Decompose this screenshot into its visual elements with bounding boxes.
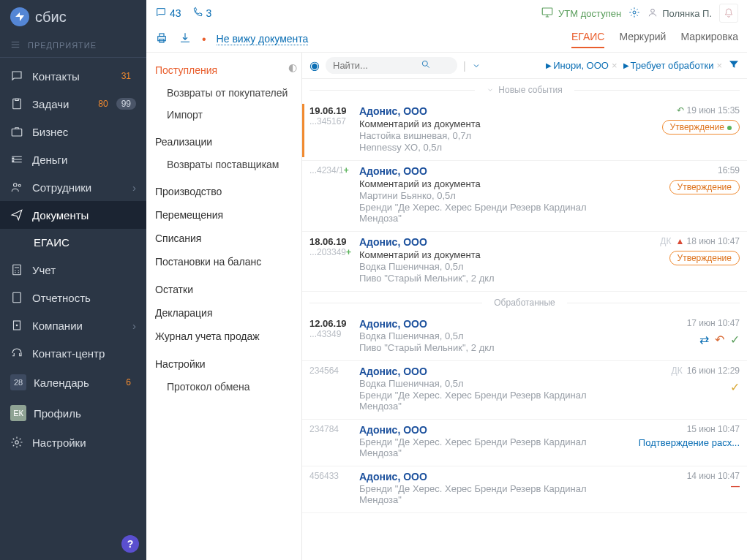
doc-row[interactable]: 456433Адонис, ОООБренди "Де Херес. Херес… <box>302 466 747 513</box>
topbar: 43 3 УТМ доступен Полянка П. <box>146 0 747 26</box>
status-pill[interactable]: Утверждение <box>669 251 740 265</box>
status-pill[interactable]: Утверждение <box>669 180 740 194</box>
midnav-sales[interactable]: Реализации <box>146 130 301 154</box>
midnav: Поступления ◐ Возвраты от покупателей Им… <box>146 53 302 560</box>
utm-status[interactable]: УТМ доступен <box>541 6 621 21</box>
doc-product: Пиво "Старый Мельник", 2 дкл <box>359 273 630 284</box>
doc-row[interactable]: 234564Адонис, ОООВодка Пшеничная, 0,5лБр… <box>302 361 747 420</box>
nav-settings[interactable]: Настройки <box>0 428 146 456</box>
nav-label: Документы <box>32 209 136 222</box>
nav-employees[interactable]: Сотрудники › <box>0 173 146 201</box>
nav-calendar[interactable]: 28 Календарь 6 <box>0 367 146 398</box>
doc-row[interactable]: 19.06.19...345167Адонис, ОООКомментарий … <box>302 101 747 161</box>
avatar-icon: ЕК <box>10 405 26 421</box>
check-icon[interactable]: ✓ <box>730 333 740 347</box>
enterprise-label: ПРЕДПРИЯТИЕ <box>28 41 97 50</box>
print-icon[interactable] <box>155 31 168 47</box>
nav-contacts[interactable]: Контакты 31 <box>0 62 146 90</box>
settings-icon[interactable] <box>628 7 640 20</box>
svg-rect-9 <box>542 8 552 15</box>
midnav-saleslog[interactable]: Журнал учета продаж <box>146 325 301 348</box>
chat-counter[interactable]: 43 <box>155 7 181 20</box>
money-icon <box>10 153 23 166</box>
midnav-import[interactable]: Импорт <box>146 104 301 126</box>
status-pill[interactable]: Утверждение <box>662 120 740 135</box>
check-icon[interactable]: ✓ <box>730 380 740 394</box>
search-icon[interactable] <box>421 59 431 72</box>
filter-icon[interactable] <box>728 58 740 72</box>
doc-product: Водка Пшеничная, 0,5л <box>359 378 630 389</box>
nav-sub-egais[interactable]: ЕГАИС <box>34 229 146 256</box>
doc-row[interactable]: 18.06.19...203349+Адонис, ОООКомментарий… <box>302 232 747 292</box>
doc-time: 17 июн 10:47 <box>630 318 740 328</box>
download-icon[interactable] <box>179 31 192 47</box>
nav-profile[interactable]: ЕК Профиль <box>0 398 146 428</box>
midnav-transfers[interactable]: Перемещения <box>146 203 301 227</box>
midnav-production[interactable]: Производство <box>146 180 301 203</box>
undo-icon[interactable]: ↶ <box>677 105 684 116</box>
nav-accounting[interactable]: Учет <box>0 256 146 284</box>
sort-dropdown[interactable] <box>472 61 481 70</box>
nav-documents[interactable]: Документы <box>0 201 146 229</box>
midnav-returns-buyers[interactable]: Возвраты от покупателей <box>146 82 301 104</box>
notification-bell[interactable] <box>719 4 738 23</box>
doc-body: Адонис, ОООВодка Пшеничная, 0,5лБренди "… <box>353 366 630 412</box>
midnav-stock[interactable]: Остатки <box>146 278 301 301</box>
doc-row[interactable]: ...4234/1+Адонис, ОООКомментарий из доку… <box>302 161 747 232</box>
done-section-label: Обработанные <box>494 298 555 308</box>
nav-reports[interactable]: Отчетность <box>0 284 146 311</box>
user-chip[interactable]: Полянка П. <box>647 7 712 20</box>
doc-right: ↶ 19 июн 15:35Утверждение <box>630 105 740 153</box>
loading-icon: ◐ <box>288 61 297 73</box>
nav-label: Настройки <box>32 436 136 449</box>
nav-business[interactable]: Бизнес <box>0 118 146 145</box>
help-button[interactable]: ? <box>121 535 139 553</box>
doc-number: ...203349+ <box>309 247 353 257</box>
call-counter[interactable]: 3 <box>192 7 212 20</box>
midnav-incoming[interactable]: Поступления <box>146 58 301 82</box>
tab-mercury[interactable]: Меркурий <box>619 31 666 48</box>
nav-label: Отчетность <box>32 292 136 304</box>
nav-money[interactable]: Деньги <box>0 145 146 173</box>
midnav-returns-suppliers[interactable]: Возвраты поставщикам <box>146 154 301 175</box>
org-filter[interactable]: ▶Инори, ООО× <box>546 60 617 71</box>
svg-rect-13 <box>159 34 164 37</box>
content: ◉ | ▶Инори, ООО× ▶Требует обработки× Нов… <box>302 53 747 560</box>
doc-row[interactable]: 12.06.19...43349Адонис, ОООВодка Пшеничн… <box>302 314 747 361</box>
search-box[interactable] <box>326 57 457 74</box>
tab-marking[interactable]: Маркировка <box>680 31 738 48</box>
nav-label: Задачи <box>32 98 90 110</box>
org-label: Инори, ООО <box>553 60 609 71</box>
doc-number: ...4234/1+ <box>309 165 353 175</box>
nav-label: Календарь <box>34 377 118 389</box>
doc-body: Адонис, ОООКомментарий из документаНасто… <box>353 105 630 153</box>
chevron-right-icon: › <box>132 181 136 194</box>
state-filter[interactable]: ▶Требует обработки× <box>623 60 722 71</box>
enterprise-selector[interactable]: ПРЕДПРИЯТИЕ <box>0 34 146 58</box>
nav-contactcenter[interactable]: Контакт-центр <box>0 339 146 367</box>
nav-tasks[interactable]: Задачи 80 99 <box>0 90 146 118</box>
midnav-protocol[interactable]: Протокол обмена <box>146 376 301 398</box>
chat-count: 43 <box>170 7 181 19</box>
midnav-declaration[interactable]: Декларация <box>146 301 301 325</box>
midnav-writeoffs[interactable]: Списания <box>146 227 301 250</box>
doc-right: ДК▲ 18 июн 10:47Утверждение <box>630 236 740 284</box>
nodoc-link[interactable]: Не вижу документа <box>217 33 309 45</box>
doc-product: Водка Пшеничная, 0,5л <box>359 330 630 341</box>
circle-dot-icon[interactable]: ◉ <box>309 58 320 72</box>
dk-label: ДК <box>660 236 671 246</box>
doc-row[interactable]: 234784Адонис, ОООБренди "Де Херес. Херес… <box>302 420 747 466</box>
tab-egais[interactable]: ЕГАИС <box>571 31 605 48</box>
nav-label: Контакт-центр <box>32 347 136 360</box>
nav-companies[interactable]: Компании › <box>0 311 146 339</box>
transfer-icon[interactable]: ⇄ <box>699 333 709 347</box>
midnav-settings[interactable]: Настройки <box>146 352 301 376</box>
clear-icon[interactable]: × <box>716 60 722 71</box>
clear-icon[interactable]: × <box>612 60 618 71</box>
svg-point-11 <box>651 9 655 12</box>
nav-label: Учет <box>32 264 136 276</box>
doc-product: Бренди "Де Херес. Херес Бренди Резерв Ка… <box>359 483 630 505</box>
undo-icon[interactable]: ↶ <box>715 333 724 347</box>
midnav-balance[interactable]: Постановки на баланс <box>146 250 301 273</box>
search-input[interactable] <box>333 60 421 71</box>
